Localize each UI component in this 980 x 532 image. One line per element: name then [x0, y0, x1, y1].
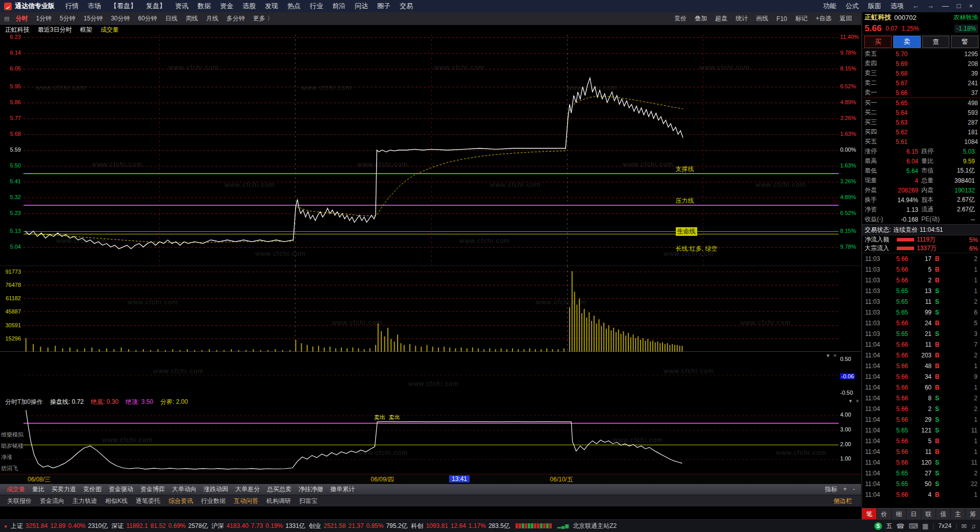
quote-tab-日[interactable]: 日	[906, 509, 921, 520]
tab-买卖力道[interactable]: 买卖力道	[48, 485, 80, 494]
tab-action-指标[interactable]: 指标	[822, 485, 840, 494]
orderbook-row[interactable]: 卖五5.701295	[862, 49, 980, 59]
tab-机构调研[interactable]: 机构调研	[262, 497, 295, 505]
quote-tab-联[interactable]: 联	[921, 509, 936, 520]
tool-统计[interactable]: 统计	[731, 14, 752, 23]
quote-tab-细[interactable]: 细	[892, 509, 906, 520]
sidebar-toggle[interactable]: 侧边栏	[834, 497, 858, 505]
tab-资金驱动[interactable]: 资金驱动	[105, 485, 137, 494]
tool-返回[interactable]: 返回	[836, 14, 856, 23]
quote-tab-价[interactable]: 价	[877, 509, 892, 520]
orderbook-row[interactable]: 买四5.62181	[862, 127, 980, 137]
tool-F10[interactable]: F10	[772, 15, 791, 22]
query-button[interactable]: 查	[922, 36, 950, 48]
music-icon[interactable]: ♫	[971, 522, 976, 530]
menu-item-市场[interactable]: 市场	[83, 0, 106, 12]
menu-item-选股[interactable]: 选股	[238, 0, 260, 12]
chart-header-框架[interactable]: 框架	[80, 26, 92, 34]
index-深证[interactable]: 深证11892.181.520.69%2578亿	[111, 522, 208, 530]
menu-item-发现[interactable]: 发现	[260, 0, 283, 12]
period-15分钟[interactable]: 15分钟	[80, 14, 107, 23]
chart-header-正虹科技[interactable]: 正虹科技	[5, 26, 30, 34]
collapse-icon[interactable]: ▾	[849, 398, 852, 404]
minimize-button[interactable]: —	[938, 0, 953, 12]
chart-header-volume-label[interactable]: 成交量	[101, 26, 119, 34]
time-axis-label[interactable]: 13:41	[449, 475, 470, 482]
period-月线[interactable]: 月线	[202, 14, 223, 23]
tab-总买总卖[interactable]: 总买总卖	[263, 485, 295, 494]
quote-tab-笔[interactable]: 笔	[862, 509, 877, 520]
tab-关联报价[interactable]: 关联报价	[3, 497, 36, 505]
menu-item-公式[interactable]: 公式	[841, 0, 864, 12]
menu-item-资金[interactable]: 资金	[215, 0, 238, 12]
tool-叠加[interactable]: 叠加	[691, 14, 711, 23]
keyboard-icon[interactable]: ⌨	[909, 522, 918, 530]
layout-icon[interactable]: ▤	[4, 15, 9, 22]
tab-扫雷宝[interactable]: 扫雷宝	[295, 497, 322, 505]
menu-item-前沿[interactable]: 前沿	[328, 0, 350, 12]
tab-主力轨迹[interactable]: 主力轨迹	[68, 497, 101, 505]
back-button[interactable]: ←	[909, 0, 923, 12]
index-创业[interactable]: 创业2521.5821.370.85%795.2亿	[309, 522, 407, 530]
tab-互动问答[interactable]: 互动问答	[230, 497, 262, 505]
tab-行业数据[interactable]: 行业数据	[197, 497, 230, 505]
tool-+自选[interactable]: +自选	[812, 14, 836, 23]
period-30分钟[interactable]: 30分钟	[107, 14, 134, 23]
index-上证[interactable]: 上证3251.8412.890.40%2310亿	[11, 522, 108, 530]
menu-item-行业[interactable]: 行业	[305, 0, 328, 12]
period-更多 〉[interactable]: 更多 〉	[249, 14, 277, 23]
buy-button[interactable]: 买	[864, 36, 892, 48]
tab-综合资讯[interactable]: 综合资讯	[164, 497, 197, 505]
quote-tab-主[interactable]: 主	[951, 509, 966, 520]
orderbook-row[interactable]: 卖四5.69208	[862, 59, 980, 68]
industry-label[interactable]: 农林牧渔	[953, 13, 978, 22]
menu-item-圈子[interactable]: 圈子	[373, 0, 395, 12]
menu-item-复盘】[interactable]: 复盘】	[141, 0, 170, 12]
tab-成交量[interactable]: 成交量	[3, 485, 29, 494]
quote-tab-值[interactable]: 值	[936, 509, 951, 520]
menu-item-资讯[interactable]: 资讯	[170, 0, 193, 12]
period-60分钟[interactable]: 60分钟	[134, 14, 161, 23]
menu-item-数据[interactable]: 数据	[193, 0, 215, 12]
grid-icon[interactable]: ▦	[922, 522, 928, 530]
tick-list[interactable]: 11:035.6617B211:035.665B111:035.662B111:…	[862, 253, 980, 508]
period-5分钟[interactable]: 5分钟	[56, 14, 80, 23]
orderbook-row[interactable]: 卖三5.6839	[862, 68, 980, 78]
tab-逐笔委托[interactable]: 逐笔委托	[132, 497, 164, 505]
period-多分钟[interactable]: 多分钟	[223, 14, 249, 23]
close-button[interactable]: ×	[965, 0, 977, 12]
tab-净挂净撤[interactable]: 净挂净撤	[295, 485, 327, 494]
orderbook-row[interactable]: 买三5.63287	[862, 117, 980, 127]
orderbook-row[interactable]: 买五5.611084	[862, 137, 980, 147]
tab-竞价图[interactable]: 竞价图	[80, 485, 105, 494]
shortcut-label[interactable]: 五	[886, 522, 892, 530]
quote-tab-筹[interactable]: 筹	[966, 509, 980, 520]
index-科创[interactable]: 科创1093.8112.641.17%283.5亿	[411, 522, 509, 530]
tab-涨跌动因[interactable]: 涨跌动因	[200, 485, 232, 494]
collapse-icon[interactable]: ▾	[826, 352, 829, 359]
period-分时[interactable]: 分时	[11, 14, 32, 23]
period-1分钟[interactable]: 1分钟	[32, 14, 56, 23]
menu-item-交易[interactable]: 交易	[395, 0, 418, 12]
tab-资金流向[interactable]: 资金流向	[36, 497, 68, 505]
phone-icon[interactable]: ☎	[896, 522, 904, 530]
tool-竞价[interactable]: 竞价	[670, 14, 691, 23]
menu-item-【看盘】[interactable]: 【看盘】	[106, 0, 141, 12]
tab-大单差分[interactable]: 大单差分	[232, 485, 263, 494]
orderbook-row[interactable]: 买一5.65498	[862, 98, 980, 108]
index-沪深[interactable]: 沪深4183.407.730.19%1331亿	[211, 522, 305, 530]
tab-action--[interactable]: -	[850, 486, 858, 493]
forward-button[interactable]: →	[923, 0, 938, 12]
period-周线[interactable]: 周线	[182, 14, 202, 23]
tab-资金博弈[interactable]: 资金博弈	[137, 485, 168, 494]
menu-item-功能[interactable]: 功能	[819, 0, 841, 12]
tool-超盘[interactable]: 超盘	[711, 14, 731, 23]
menu-item-热点[interactable]: 热点	[283, 0, 305, 12]
close-pane-icon[interactable]: ×	[856, 398, 859, 404]
orderbook-row[interactable]: 卖二5.67241	[862, 78, 980, 88]
alert-button[interactable]: 警	[951, 36, 978, 48]
tab-相似K线[interactable]: 相似K线	[101, 497, 132, 505]
mid-plot[interactable]: ▾×	[23, 352, 839, 398]
price-plot[interactable]: 支撑线压力线生命线长线:红多, 绿空	[23, 35, 839, 265]
tab-撤单累计[interactable]: 撤单累计	[327, 485, 358, 494]
